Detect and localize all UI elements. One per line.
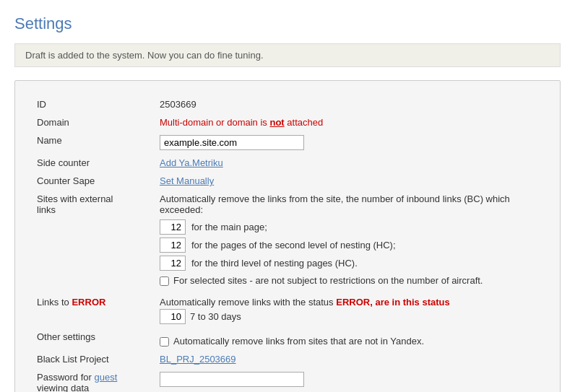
error-days-input[interactable]: [160, 309, 186, 324]
links-error-desc1: Automatically remove links with the stat…: [160, 297, 334, 308]
domain-label: Domain: [33, 113, 155, 131]
domain-value: Multi-domain or domain is not attached: [155, 113, 542, 131]
blacklist-link[interactable]: BL_PRJ_2503669: [160, 354, 236, 365]
main-page-input[interactable]: [160, 219, 186, 235]
row-counter-sape: Counter Sape Set Manually: [33, 172, 542, 190]
set-manually-link[interactable]: Set Manually: [160, 175, 214, 186]
error-days-suffix: 7 to 30 days: [190, 311, 241, 322]
side-counter-value: Add Ya.Metriku: [155, 154, 542, 172]
other-settings-checkbox-row: Automatically remove links from sites th…: [160, 336, 538, 347]
links-error-desc-bold: ERROR, are in this status: [336, 297, 449, 308]
external-links-desc: Automatically remove the links from the …: [160, 193, 538, 215]
guest-link[interactable]: guest: [95, 372, 118, 383]
counter-sape-label: Counter Sape: [33, 172, 155, 190]
row-domain: Domain Multi-domain or domain is not att…: [33, 113, 542, 131]
other-settings-label: Other settings: [33, 328, 155, 350]
id-value: 2503669: [155, 95, 542, 113]
name-label: Name: [33, 131, 155, 154]
second-level-input[interactable]: [160, 238, 186, 253]
domain-prefix: Multi-domain or domain is: [160, 117, 269, 128]
row-external-links: Sites with external links Automatically …: [33, 190, 542, 289]
domain-not: not: [269, 117, 284, 128]
third-level-suffix: for the third level of nesting pages (HC…: [191, 258, 358, 269]
links-error-bold-label: ERROR: [72, 297, 105, 308]
aircraft-checkbox-label: For selected sites - are not subject to …: [173, 275, 483, 286]
name-cell: [155, 131, 542, 154]
notification-text: Draft is added to the system. Now you ca…: [25, 50, 264, 61]
password-input[interactable]: [160, 372, 304, 387]
external-links-value: Automatically remove the links from the …: [155, 190, 542, 289]
name-input[interactable]: [160, 135, 304, 150]
row-password: Password for guest viewing data: [33, 368, 542, 392]
row-id: ID 2503669: [33, 95, 542, 113]
second-level-row: for the pages of the second level of nes…: [160, 238, 538, 253]
third-level-input[interactable]: [160, 256, 186, 271]
third-level-row: for the third level of nesting pages (HC…: [160, 256, 538, 271]
password-label: Password for guest viewing data: [33, 368, 155, 392]
counter-sape-value: Set Manually: [155, 172, 542, 190]
row-blacklist: Black List Project BL_PRJ_2503669: [33, 350, 542, 368]
row-other-settings: Other settings Automatically remove link…: [33, 328, 542, 350]
links-error-value: Automatically remove links with the stat…: [155, 289, 542, 328]
domain-suffix: attached: [285, 117, 324, 128]
main-page-suffix: for the main page;: [191, 222, 267, 232]
id-label: ID: [33, 95, 155, 113]
side-counter-label: Side counter: [33, 154, 155, 172]
other-settings-checkbox-label: Automatically remove links from sites th…: [173, 336, 424, 347]
external-links-label: Sites with external links: [33, 190, 155, 289]
other-settings-checkbox[interactable]: [160, 337, 169, 347]
main-page-row: for the main page;: [160, 219, 538, 235]
links-error-label: Links to ERROR: [33, 289, 155, 328]
row-name: Name: [33, 131, 542, 154]
aircraft-checkbox-row: For selected sites - are not subject to …: [160, 275, 538, 286]
settings-panel: ID 2503669 Domain Multi-domain or domain…: [14, 80, 561, 392]
error-days-row: 7 to 30 days: [160, 309, 538, 324]
blacklist-label: Black List Project: [33, 350, 155, 368]
second-level-suffix: for the pages of the second level of nes…: [191, 240, 396, 251]
notification-bar: Draft is added to the system. Now you ca…: [14, 43, 561, 67]
settings-table: ID 2503669 Domain Multi-domain or domain…: [33, 95, 542, 392]
password-value: [155, 368, 542, 392]
aircraft-checkbox[interactable]: [160, 276, 169, 286]
page-title: Settings: [14, 14, 561, 33]
add-ya-metriku-link[interactable]: Add Ya.Metriku: [160, 157, 223, 168]
blacklist-value: BL_PRJ_2503669: [155, 350, 542, 368]
row-side-counter: Side counter Add Ya.Metriku: [33, 154, 542, 172]
row-links-error: Links to ERROR Automatically remove link…: [33, 289, 542, 328]
other-settings-value: Automatically remove links from sites th…: [155, 328, 542, 350]
